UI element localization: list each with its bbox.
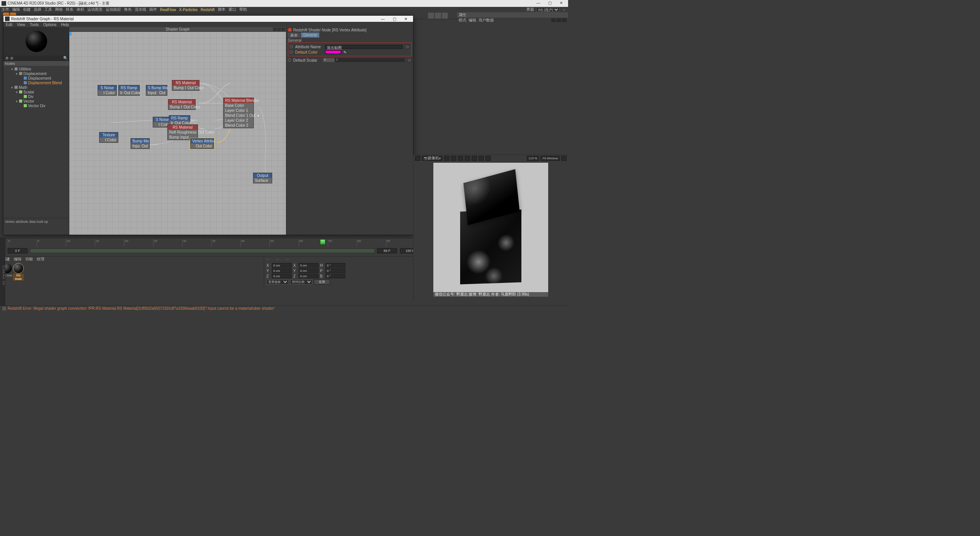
rv-fit-select[interactable]: Fit Window	[541, 156, 560, 161]
rv-snapshot-button[interactable]	[415, 156, 420, 161]
coord-b[interactable]: 0 °	[325, 274, 345, 278]
rv-circle-button[interactable]	[465, 156, 470, 161]
rv-aov-button[interactable]	[479, 156, 484, 161]
timeline-playhead[interactable]: 59	[320, 239, 325, 245]
coord-sz[interactable]: 0 cm	[299, 274, 318, 278]
graph-tool-icon[interactable]	[277, 28, 281, 31]
tree-vector-div[interactable]: Vector Div	[3, 103, 69, 108]
scalar-slider[interactable]: 0 1	[323, 58, 405, 62]
toolbar-icon[interactable]	[435, 13, 441, 19]
close-button[interactable]: ✕	[556, 1, 567, 6]
port-connector-icon[interactable]	[288, 59, 291, 62]
tree-math[interactable]: ▾Math	[3, 85, 69, 90]
node-snoise[interactable]: S Noiset Color	[98, 85, 117, 96]
coord-x[interactable]: 0 cm	[272, 263, 292, 268]
material-thumb[interactable]: RS Mate	[13, 263, 24, 281]
coord-sy[interactable]: 0 cm	[299, 268, 318, 273]
minimize-button[interactable]: —	[533, 1, 544, 6]
rv-region-button[interactable]	[472, 156, 477, 161]
mat-tab-func[interactable]: 功能	[25, 257, 33, 262]
tree-scalar[interactable]: ▾Scalar	[3, 90, 69, 94]
tab-general[interactable]: General	[301, 33, 319, 38]
dlg-menu-view[interactable]: View	[17, 23, 25, 27]
tab-mode[interactable]: 模式	[459, 18, 466, 23]
menu-pipeline[interactable]: 流水线	[135, 7, 146, 12]
menu-mograph[interactable]: 运动图形	[87, 7, 103, 12]
rv-lock-button[interactable]	[444, 156, 449, 161]
menu-character[interactable]: 角色	[124, 7, 132, 12]
dlg-menu-help[interactable]: Help	[61, 23, 69, 27]
scalar-stepper[interactable]	[407, 58, 412, 62]
coord-h[interactable]: 0 °	[325, 263, 345, 268]
menu-help[interactable]: 帮助	[239, 7, 247, 12]
toolbar-icon[interactable]	[428, 13, 434, 19]
tab-basic[interactable]: 基本	[288, 33, 300, 38]
maximize-button[interactable]: ▢	[544, 1, 555, 6]
attr-name-input[interactable]: 顶点贴图	[325, 45, 403, 49]
menu-tools[interactable]: 工具	[44, 7, 52, 12]
render-canvas[interactable]: 微信公众号: 野鹿志 微博: 野鹿志 作者: 马鹿野郎 (3.99s)	[433, 163, 548, 297]
clear-search-icon[interactable]: ⊘	[5, 56, 9, 60]
nav-up-icon[interactable]	[562, 18, 567, 22]
tree-vector[interactable]: ▾Vector	[3, 99, 69, 103]
toolbar-icon[interactable]	[442, 13, 448, 19]
rv-grid-button[interactable]	[451, 156, 456, 161]
node-texture[interactable]: Texturet Color	[99, 132, 118, 143]
dialog-close-button[interactable]: ✕	[400, 17, 412, 21]
menu-script[interactable]: 脚本	[218, 7, 225, 12]
menu-edit[interactable]: 编辑	[12, 7, 20, 12]
layout-prev-icon[interactable]: ‹	[562, 8, 566, 11]
menu-file[interactable]: 文件	[2, 7, 9, 12]
mat-tab-edit[interactable]: 编辑	[14, 257, 21, 262]
port-connector-icon[interactable]	[290, 45, 293, 48]
coord-y[interactable]: 0 cm	[272, 268, 292, 273]
dialog-maximize-button[interactable]: ▢	[389, 17, 400, 21]
node-rsmaterial-3[interactable]: RS MaterialRefl RoughnessOut ColorBump I…	[167, 124, 198, 140]
timeline-range-bar[interactable]	[30, 248, 375, 253]
nav-next-icon[interactable]	[557, 18, 561, 22]
tree-displacement-blend[interactable]: Displacement Blend	[3, 80, 69, 85]
rv-settings-button[interactable]	[561, 156, 567, 161]
start-frame-field[interactable]: 0 F	[8, 248, 28, 253]
coord-sx[interactable]: 0 cm	[299, 263, 318, 268]
menu-volume[interactable]: 体积	[77, 7, 84, 12]
node-rsmaterial-blender[interactable]: RS Material Blender Base Color Layer Col…	[223, 98, 254, 128]
graph-scrollbar[interactable]	[69, 32, 72, 36]
menu-realflow[interactable]: RealFlow	[160, 8, 176, 12]
node-vertex-attribute[interactable]: Vertex AttribuOut Color	[190, 138, 214, 149]
dlg-menu-tools[interactable]: Tools	[30, 23, 39, 27]
eyedropper-icon[interactable]: ✎	[343, 50, 346, 54]
menu-mesh[interactable]: 网格	[55, 7, 63, 12]
nav-prev-icon[interactable]	[551, 18, 556, 22]
tree-displacement[interactable]: Displacement	[3, 76, 69, 80]
menu-redshift[interactable]: Redshift	[201, 8, 215, 12]
menu-xparticles[interactable]: X-Particles	[179, 8, 198, 12]
mat-tab-tex[interactable]: 纹理	[37, 257, 44, 262]
graph-tool-icon[interactable]	[281, 28, 285, 31]
rv-camera-select[interactable]: 📷 摄像机 ▾	[422, 156, 443, 161]
node-tree[interactable]: ▾Utilities ▾Displacement Displacement Di…	[3, 66, 69, 218]
coord-z[interactable]: 0 cm	[272, 274, 292, 278]
rv-zoom-field[interactable]: 115 %	[527, 156, 539, 161]
menu-motiontrack[interactable]: 运动跟踪	[106, 7, 121, 12]
tab-edit[interactable]: 编辑	[469, 18, 476, 23]
apply-button[interactable]: 应用	[314, 279, 330, 284]
menu-spline[interactable]: 样条	[66, 7, 74, 12]
tab-userdata[interactable]: 用户数据	[479, 18, 494, 23]
tree-displacement-group[interactable]: ▾Displacement	[3, 71, 69, 76]
search-icon[interactable]: 🔍	[64, 56, 67, 60]
dialog-minimize-button[interactable]: —	[377, 17, 389, 21]
node-rsramp[interactable]: RS RampIrOut Color	[118, 85, 140, 96]
coord-mode-1[interactable]: 世界坐标	[266, 279, 289, 284]
node-rsmaterial-1[interactable]: RS MaterialBump IOut Color	[172, 80, 199, 91]
node-output[interactable]: OutputSurface	[253, 173, 272, 183]
menu-window[interactable]: 窗口	[229, 7, 236, 12]
dlg-menu-edit[interactable]: Edit	[6, 23, 12, 27]
tree-div[interactable]: Div	[3, 94, 69, 99]
dlg-menu-options[interactable]: Options	[43, 23, 56, 27]
graph-canvas[interactable]: S Noiset Color RS RampIrOut Color S Bump…	[69, 32, 286, 235]
node-rsmaterial-2[interactable]: RS MaterialBump IOut Color	[168, 99, 196, 110]
rv-save-button[interactable]	[485, 156, 491, 161]
color-swatch[interactable]	[325, 50, 341, 54]
attr-name-button[interactable]	[405, 45, 410, 49]
